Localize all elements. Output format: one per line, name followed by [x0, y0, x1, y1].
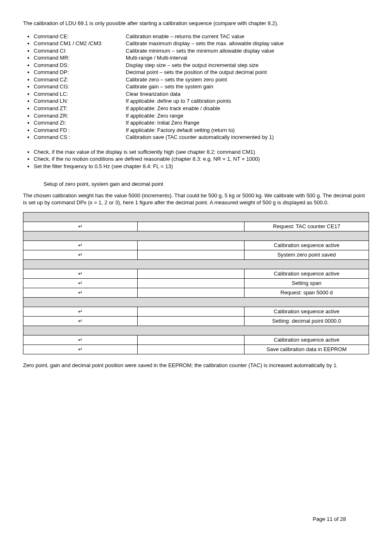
table-cell-description: Calibration sequence active: [244, 335, 369, 345]
command-description: If applicable: Initial Zero Range: [126, 119, 369, 127]
table-row: [23, 260, 369, 269]
command-list-item: Command CM1 / CM2 /CM3:Calibrate maximum…: [34, 40, 369, 47]
table-row: ↵Request: span 5000 d: [23, 288, 369, 298]
command-name: Command CG:: [34, 83, 126, 90]
command-list-item: Command LC:Clear linearization data: [34, 90, 369, 98]
table-cell-input: ↵: [23, 307, 138, 317]
command-description: Calibration save (TAC counter automatica…: [126, 134, 369, 141]
table-cell-description: Setting span: [244, 279, 369, 288]
table-row: ↵Calibration sequence active: [23, 241, 369, 250]
command-description: Multi-range / Multi-interval: [126, 54, 369, 62]
command-description: Decimal point – sets the position of the…: [126, 69, 369, 76]
command-name: Command ZT:: [34, 105, 126, 112]
table-cell-input: ↵: [23, 269, 138, 279]
table-separator-cell: [23, 298, 369, 307]
table-row: ↵Setting span: [23, 279, 369, 288]
command-list-item: Command CI:Calibrate minimum – sets the …: [34, 47, 369, 55]
calibration-paragraph: The chosen calibration weight has the va…: [23, 192, 369, 206]
command-description: If applicable: Factory default setting (…: [126, 127, 369, 134]
table-row: [23, 231, 369, 241]
command-list-item: Command CZ:Calibrate zero – sets the sys…: [34, 76, 369, 83]
command-name: Command MR:: [34, 54, 126, 62]
sub-heading: Setup of zero point, system gain and dec…: [44, 180, 369, 188]
table-cell-description: Request: span 5000 d: [244, 288, 369, 298]
commands-list: Command CE:Calibration enable – returns …: [23, 33, 369, 141]
command-list-item: Command FD :If applicable: Factory defau…: [34, 127, 369, 134]
command-list-item: Command CG:Calibrate gain – sets the sys…: [34, 83, 369, 90]
table-row: ↵Calibration sequence active: [23, 307, 369, 317]
checks-list: Check, if the max value of the display i…: [23, 148, 369, 170]
table-row: ↵Calibration sequence active: [23, 269, 369, 279]
command-description: Calibrate zero – sets the system zero po…: [126, 76, 369, 83]
table-cell-description: Calibration sequence active: [244, 269, 369, 279]
table-cell-middle: [137, 345, 244, 354]
table-cell-description: Request: TAC counter CE17: [244, 222, 369, 231]
command-name: Command LC:: [34, 90, 126, 98]
command-name: Command ZI:: [34, 119, 126, 127]
command-name: Command DS:: [34, 62, 126, 69]
table-separator-cell: [23, 231, 369, 241]
table-cell-middle: [137, 279, 244, 288]
table-cell-input: ↵: [23, 335, 138, 345]
command-name: Command CM1 / CM2 /CM3:: [34, 40, 126, 47]
table-row: ↵Setting: decimal point 0000.0: [23, 317, 369, 326]
command-description: If applicable: define up to 7 calibratio…: [126, 97, 369, 105]
table-separator-cell: [23, 213, 369, 222]
table-row: [23, 213, 369, 222]
command-list-item: Command DP:Decimal point – sets the posi…: [34, 69, 369, 76]
table-row: ↵Request: TAC counter CE17: [23, 222, 369, 231]
table-cell-middle: [137, 288, 244, 298]
page-footer: Page 11 of 28: [313, 516, 346, 523]
table-cell-input: ↵: [23, 222, 138, 231]
table-cell-description: Save calibration data in EEPROM: [244, 345, 369, 354]
command-description: Calibrate minimum – sets the minimum all…: [126, 47, 369, 55]
table-cell-middle: [137, 222, 244, 231]
table-row: [23, 326, 369, 335]
command-description: If applicable: Zero track enable / disab…: [126, 105, 369, 112]
table-cell-description: Setting: decimal point 0000.0: [244, 317, 369, 326]
command-list-item: Command DS:Display step size – sets the …: [34, 62, 369, 69]
command-list-item: Command ZR:If applicable: Zero range: [34, 112, 369, 120]
command-name: Command CI:: [34, 47, 126, 55]
command-name: Command LN:: [34, 97, 126, 105]
command-list-item: Command ZT:If applicable: Zero track ena…: [34, 105, 369, 112]
command-description: Calibrate maximum display – sets the max…: [126, 40, 369, 47]
table-cell-input: ↵: [23, 288, 138, 298]
intro-text: The calibration of LDU 69.1 is only poss…: [23, 20, 369, 27]
table-cell-middle: [137, 317, 244, 326]
table-cell-middle: [137, 269, 244, 279]
table-cell-middle: [137, 307, 244, 317]
table-separator-cell: [23, 326, 369, 335]
table-cell-input: ↵: [23, 241, 138, 250]
table-cell-input: ↵: [23, 317, 138, 326]
table-cell-description: Calibration sequence active: [244, 307, 369, 317]
table-cell-input: ↵: [23, 250, 138, 260]
command-name: Command CE:: [34, 33, 126, 40]
table-row: [23, 298, 369, 307]
command-list-item: Command LN:If applicable: define up to 7…: [34, 97, 369, 105]
command-list-item: Command ZI:If applicable: Initial Zero R…: [34, 119, 369, 127]
check-list-item: Set the filter frequency to 0.5 Hz (see …: [34, 163, 369, 170]
command-name: Command DP:: [34, 69, 126, 76]
check-list-item: Check, if the no motion conditions are d…: [34, 155, 369, 163]
command-description: If applicable: Zero range: [126, 112, 369, 120]
command-name: Command FD :: [34, 127, 126, 134]
table-cell-middle: [137, 250, 244, 260]
command-description: Calibration enable – returns the current…: [126, 33, 369, 40]
table-cell-description: Calibration sequence active: [244, 241, 369, 250]
table-cell-input: ↵: [23, 345, 138, 354]
table-cell-description: System zero point saved: [244, 250, 369, 260]
calibration-table: ↵Request: TAC counter CE17 ↵Calibration …: [23, 212, 369, 354]
closing-paragraph: Zero point, gain and decimal point posit…: [23, 362, 369, 369]
command-description: Display step size – sets the output incr…: [126, 62, 369, 69]
table-row: ↵System zero point saved: [23, 250, 369, 260]
command-description: Clear linearization data: [126, 90, 369, 98]
check-list-item: Check, if the max value of the display i…: [34, 148, 369, 156]
command-description: Calibrate gain – sets the system gain: [126, 83, 369, 90]
table-cell-input: ↵: [23, 279, 138, 288]
table-separator-cell: [23, 260, 369, 269]
command-list-item: Command CS :Calibration save (TAC counte…: [34, 134, 369, 141]
command-name: Command CS :: [34, 134, 126, 141]
command-name: Command CZ:: [34, 76, 126, 83]
table-row: ↵Save calibration data in EEPROM: [23, 345, 369, 354]
